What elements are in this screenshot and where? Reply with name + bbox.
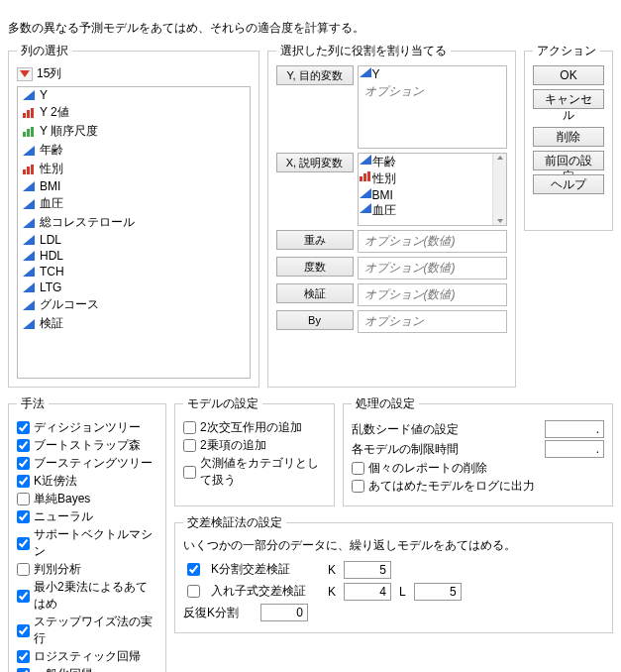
role-by-button[interactable]: By: [276, 310, 354, 330]
list-item-label: 検証: [40, 315, 63, 332]
method-checkbox[interactable]: [17, 510, 30, 523]
role-valid-box[interactable]: オプション(数値): [358, 283, 508, 306]
method-label[interactable]: 一般化回帰: [34, 666, 93, 672]
list-item-label: 年齢: [40, 142, 63, 159]
remove-button[interactable]: 削除: [533, 127, 604, 147]
method-checkbox[interactable]: [17, 650, 30, 663]
list-item[interactable]: Y 2値: [18, 103, 250, 122]
method-label[interactable]: 判別分析: [34, 561, 81, 578]
list-item[interactable]: グルコース: [18, 295, 250, 314]
kfold-label[interactable]: K分割交差検証: [211, 561, 320, 578]
role-x-scrollbar[interactable]: [492, 154, 506, 225]
method-checkbox[interactable]: [17, 590, 30, 603]
model-setting-label[interactable]: 2次交互作用の追加: [200, 419, 302, 436]
seed-input[interactable]: [545, 420, 604, 438]
cont-blue-icon: [22, 217, 36, 229]
list-item[interactable]: 性別: [18, 160, 250, 178]
method-checkbox[interactable]: [17, 563, 30, 576]
model-setting-checkbox[interactable]: [183, 466, 196, 479]
methods-group: 手法 ディシジョンツリーブートストラップ森ブースティングツリーK近傍法単純Bay…: [8, 395, 166, 672]
list-item[interactable]: 年齢: [18, 141, 250, 160]
role-x-button[interactable]: X, 説明変数: [276, 153, 354, 172]
nested-k-input[interactable]: [344, 583, 391, 601]
proc-setting-label[interactable]: あてはめたモデルをログに出力: [368, 478, 535, 495]
method-label[interactable]: サポートベクトルマシン: [34, 526, 157, 560]
list-item[interactable]: Y: [18, 87, 250, 103]
method-checkbox[interactable]: [17, 537, 30, 550]
role-by-box[interactable]: オプション: [358, 310, 508, 333]
proc-setting-label[interactable]: 個々のレポートの削除: [368, 460, 487, 477]
list-item[interactable]: Y: [359, 66, 507, 81]
methods-legend: 手法: [17, 395, 49, 412]
method-label[interactable]: ロジスティック回帰: [34, 648, 141, 665]
role-y-box[interactable]: Y オプション: [358, 65, 508, 149]
role-freq-button[interactable]: 度数: [276, 257, 354, 277]
method-checkbox[interactable]: [17, 668, 30, 672]
list-item[interactable]: 年齢: [359, 154, 507, 170]
nested-l-input[interactable]: [414, 583, 462, 601]
list-item[interactable]: LDL: [18, 232, 250, 248]
method-checkbox[interactable]: [17, 439, 30, 452]
role-weight-box[interactable]: オプション(数値): [358, 230, 508, 253]
nested-label[interactable]: 入れ子式交差検証: [211, 583, 320, 600]
list-item[interactable]: BMI: [18, 178, 250, 194]
list-item[interactable]: 血圧: [18, 194, 250, 213]
method-label[interactable]: 単純Bayes: [34, 491, 90, 507]
list-item[interactable]: HDL: [18, 248, 250, 264]
role-freq-box[interactable]: オプション(数値): [358, 257, 508, 280]
recall-button[interactable]: 前回の設定: [533, 151, 604, 170]
list-item[interactable]: LTG: [18, 280, 250, 295]
list-item[interactable]: TCH: [18, 264, 250, 280]
role-valid-button[interactable]: 検証: [276, 283, 354, 303]
method-label[interactable]: ブースティングツリー: [34, 455, 153, 472]
method-item: ブースティングツリー: [17, 455, 157, 472]
ok-button[interactable]: OK: [533, 65, 604, 85]
method-label[interactable]: ニューラル: [34, 508, 93, 525]
method-label[interactable]: ディシジョンツリー: [34, 419, 141, 436]
method-checkbox[interactable]: [17, 475, 30, 488]
method-checkbox[interactable]: [17, 624, 30, 637]
list-item[interactable]: 血圧: [359, 202, 507, 219]
crossvalidation-group: 交差検証法の設定 いくつかの一部分のデータに、繰り返しモデルをあてはめる。 K分…: [174, 514, 613, 633]
proc-settings-group: 処理の設定 乱数シード値の設定 各モデルの制限時間 個々のレポートの削除あてはめ…: [343, 395, 613, 506]
list-item[interactable]: Y 順序尺度: [18, 122, 250, 141]
timelimit-label: 各モデルの制限時間: [352, 441, 459, 458]
method-checkbox[interactable]: [17, 421, 30, 434]
model-setting-checkbox[interactable]: [183, 439, 196, 452]
kfold-k-input[interactable]: [344, 561, 391, 579]
cancel-button[interactable]: キャンセル: [533, 89, 604, 109]
list-item-label: LTG: [40, 280, 61, 294]
cont-blue-icon: [359, 202, 372, 214]
repeat-input[interactable]: [260, 604, 308, 621]
role-x-box[interactable]: 年齢性別BMI血圧: [358, 153, 508, 226]
method-label[interactable]: K近傍法: [34, 473, 77, 490]
method-label[interactable]: ブートストラップ森: [34, 437, 141, 454]
model-settings-legend: モデルの設定: [183, 395, 262, 412]
list-item[interactable]: 総コレステロール: [18, 213, 250, 232]
model-setting-label[interactable]: 欠測値をカテゴリとして扱う: [200, 455, 326, 489]
kfold-checkbox[interactable]: [187, 563, 200, 576]
dialog-description: 多数の異なる予測モデルをあてはめ、それらの適合度を計算する。: [8, 20, 613, 37]
column-menu-button[interactable]: [17, 67, 33, 81]
proc-setting-checkbox[interactable]: [352, 462, 364, 475]
list-item[interactable]: BMI: [359, 187, 507, 202]
bar-red-icon: [359, 170, 372, 182]
bar-red-icon: [22, 164, 36, 175]
model-setting-checkbox[interactable]: [183, 421, 196, 434]
help-button[interactable]: ヘルプ: [533, 174, 604, 194]
list-item-label: BMI: [40, 179, 60, 193]
list-item[interactable]: 検証: [18, 314, 250, 333]
method-label[interactable]: 最小2乗法によるあてはめ: [34, 579, 157, 613]
timelimit-input[interactable]: [545, 440, 604, 458]
nested-checkbox[interactable]: [187, 585, 200, 598]
method-label[interactable]: ステップワイズ法の実行: [34, 614, 157, 647]
column-listbox[interactable]: YY 2値Y 順序尺度年齢性別BMI血圧総コレステロールLDLHDLTCHLTG…: [17, 86, 251, 379]
model-setting-label[interactable]: 2乗項の追加: [200, 437, 266, 454]
method-checkbox[interactable]: [17, 457, 30, 470]
method-checkbox[interactable]: [17, 493, 30, 505]
role-y-button[interactable]: Y, 目的変数: [276, 65, 354, 85]
role-weight-button[interactable]: 重み: [276, 230, 354, 250]
cont-blue-icon: [359, 66, 372, 78]
list-item[interactable]: 性別: [359, 170, 507, 187]
proc-setting-checkbox[interactable]: [352, 480, 364, 493]
